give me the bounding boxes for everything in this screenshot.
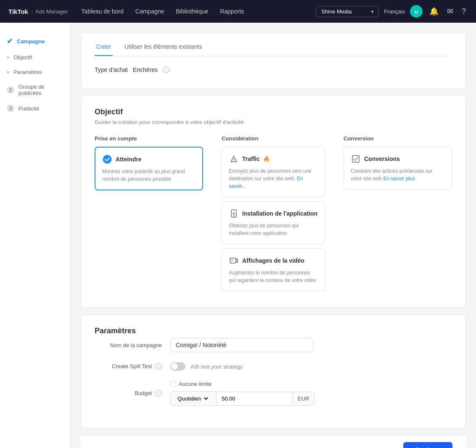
obj-col-header-prise: Prise en compte: [95, 135, 203, 142]
traffic-title: Traffic: [242, 155, 260, 162]
obj-card-conversions[interactable]: Conversions Conduire des actions précieu…: [344, 147, 452, 190]
check-icon: ✔: [7, 37, 13, 46]
obj-col-consideration: Considération Traffic: [217, 135, 330, 295]
sidebar-item-label-groupe: Groupe de publicités: [19, 84, 63, 96]
no-limit-label: Aucune limite: [179, 381, 212, 387]
budget-info-icon[interactable]: i: [155, 390, 162, 397]
sidebar-item-campagne[interactable]: ✔ Campagne: [0, 33, 70, 50]
notifications-icon[interactable]: 🔔: [428, 5, 440, 18]
step-badge-2: 2: [7, 86, 14, 94]
sidebar-item-parametres[interactable]: Paramètres: [0, 65, 70, 79]
campaign-name-input[interactable]: [170, 338, 313, 352]
purchase-type-label: Type d'achat: [95, 66, 128, 73]
toggle-knob: [171, 363, 178, 370]
logo-tiktok: TikTok: [8, 8, 28, 15]
dot-icon: [7, 56, 9, 59]
sidebar-item-label-parametres: Paramètres: [13, 69, 42, 75]
tab-creer[interactable]: Créer: [95, 40, 113, 56]
topnav-right: Shine Media ▾ Français u 🔔 ✉ ?: [316, 5, 468, 18]
sidebar: ✔ Campagne Objectif Paramètres 2 Groupe …: [0, 23, 71, 448]
objectif-desc: Guider la création pour correspondre à v…: [95, 119, 452, 125]
nav-rapports[interactable]: Rapports: [220, 8, 244, 15]
help-icon[interactable]: ?: [460, 5, 468, 18]
purchase-type-row: Type d'achat Enchères i: [95, 66, 452, 73]
video-title: Affichages de la vidéo: [242, 257, 304, 264]
atteindre-title: Atteindre: [116, 156, 141, 163]
obj-card-app[interactable]: Installation de l'application Obtenez pl…: [222, 201, 325, 244]
sidebar-item-objectif[interactable]: Objectif: [0, 50, 70, 65]
parametres-section: Paramètres Nom de la campagne Create Spl…: [81, 314, 466, 428]
no-limit-checkbox[interactable]: [170, 381, 176, 387]
video-desc: Augmentez le nombre de personnes qui reg…: [229, 269, 318, 284]
obj-card-header-app: Installation de l'application: [229, 208, 318, 219]
account-name: Shine Media: [321, 8, 352, 15]
svg-point-3: [233, 161, 234, 161]
layout: ✔ Campagne Objectif Paramètres 2 Groupe …: [0, 23, 476, 448]
budget-label-wrap: Budget i: [95, 390, 170, 397]
campaign-name-wrap: [170, 338, 452, 352]
conversions-title: Conversions: [364, 155, 400, 162]
top-bar: Créer Utiliser les éléments existants Ty…: [81, 33, 466, 89]
svg-marker-8: [236, 259, 238, 263]
account-selector[interactable]: Shine Media ▾: [316, 6, 379, 17]
obj-card-video[interactable]: Affichages de la vidéo Augmentez le nomb…: [222, 248, 325, 291]
step-badge-3: 3: [7, 105, 14, 112]
atteindre-desc: Montrez votre publicité au plus grand no…: [102, 168, 196, 183]
dot-icon: [7, 71, 9, 74]
objectif-section: Objectif Guider la création pour corresp…: [81, 95, 466, 308]
nav-tableau-de-bord[interactable]: Tableau de bord: [81, 8, 123, 15]
nav-campagne[interactable]: Campagne: [135, 8, 164, 15]
app-title: Installation de l'application: [242, 210, 317, 217]
sidebar-item-groupe[interactable]: 2 Groupe de publicités: [0, 79, 70, 100]
obj-card-traffic[interactable]: Traffic 🔥 Envoyez plus de personnes vers…: [222, 147, 325, 197]
obj-card-atteindre[interactable]: Atteindre Montrez votre publicité au plu…: [95, 147, 203, 190]
chevron-down-icon: ▾: [371, 9, 373, 14]
language-selector[interactable]: Français: [384, 8, 405, 15]
purchase-type-value: Enchères: [133, 66, 158, 73]
conversions-link[interactable]: En savoir plus: [383, 176, 415, 182]
obj-card-header-video: Affichages de la vidéo: [229, 256, 318, 266]
split-test-toggle[interactable]: [170, 362, 185, 371]
obj-card-header-conversions: Conversions: [351, 154, 445, 164]
topnav: TikTok: Ads Manager Tableau de bord Camp…: [0, 0, 476, 23]
obj-card-header-traffic: Traffic 🔥: [229, 154, 318, 164]
atteindre-icon: [102, 154, 112, 164]
nav-bibliotheque[interactable]: Bibliothèque: [176, 8, 208, 15]
sidebar-item-label-campagne: Campagne: [17, 38, 45, 45]
obj-col-header-conversion: Conversion: [344, 135, 452, 142]
no-limit-wrap: Aucune limite: [170, 381, 452, 387]
traffic-icon: [229, 154, 239, 164]
campaign-name-label: Nom de la campagne: [95, 342, 170, 348]
split-test-control: A/B test your strategy: [170, 362, 452, 371]
conversion-icon: [351, 154, 361, 164]
obj-col-conversion: Conversion Conversions: [338, 135, 452, 295]
budget-inputs: Quotidien Total EUR: [170, 391, 452, 406]
budget-currency: EUR: [292, 392, 315, 406]
sidebar-item-label-objectif: Objectif: [13, 54, 32, 61]
split-test-row: Create Split Test i A/B test your strate…: [95, 362, 452, 371]
svg-rect-7: [230, 258, 236, 263]
budget-period-select[interactable]: Quotidien Total: [176, 395, 209, 402]
logo: TikTok: Ads Manager: [8, 8, 68, 15]
continue-button[interactable]: Continuer: [403, 442, 452, 448]
tabs: Créer Utiliser les éléments existants: [95, 40, 452, 56]
split-test-label-wrap: Create Split Test i: [95, 363, 170, 370]
split-test-info-icon[interactable]: i: [155, 363, 162, 370]
purchase-type-info-icon[interactable]: i: [163, 66, 169, 73]
sidebar-item-publicite[interactable]: 3 Publicité: [0, 100, 70, 116]
obj-col-header-consideration: Considération: [222, 135, 325, 142]
messages-icon[interactable]: ✉: [445, 5, 455, 18]
video-icon: [229, 256, 239, 266]
obj-col-prise: Prise en compte Atteindre Montrez v: [95, 135, 208, 295]
logo-ads: Ads Manager: [35, 8, 68, 15]
app-desc: Obtenez plus de personnes qui installent…: [229, 222, 318, 237]
app-install-icon: [229, 208, 239, 219]
svg-point-0: [103, 155, 111, 163]
parametres-title: Paramètres: [95, 327, 452, 335]
budget-period-select-wrap[interactable]: Quotidien Total: [170, 391, 217, 406]
split-test-hint: A/B test your strategy: [190, 364, 243, 370]
budget-amount-input[interactable]: [217, 392, 292, 406]
obj-card-header-atteindre: Atteindre: [102, 154, 196, 164]
tab-use-existing[interactable]: Utiliser les éléments existants: [123, 40, 204, 56]
avatar[interactable]: u: [410, 5, 423, 18]
